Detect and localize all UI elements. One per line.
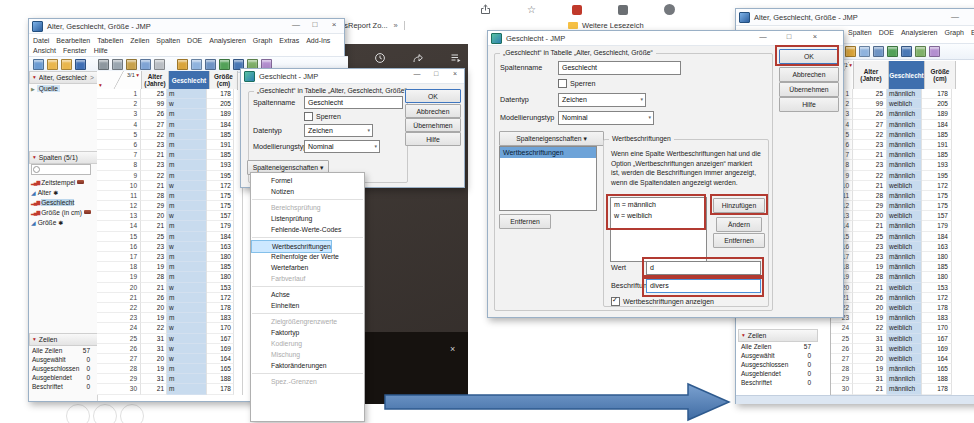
menu-item-Wertbeschriftungen[interactable]: Wertbeschriftungen bbox=[251, 240, 332, 253]
menu-Add-Ins[interactable]: Add-Ins bbox=[306, 37, 330, 44]
close-button[interactable]: × bbox=[449, 70, 461, 77]
table-row[interactable]: 125m178 bbox=[97, 89, 237, 99]
datentyp-select[interactable]: Zeichen▾ bbox=[558, 93, 646, 107]
table-row[interactable]: 1229m175 bbox=[97, 201, 237, 211]
table-row[interactable]: 1623w163 bbox=[97, 242, 237, 252]
table-row[interactable]: 1723männlich180 bbox=[831, 252, 956, 262]
menu-Graph[interactable]: Graph bbox=[253, 37, 272, 44]
copy-icon[interactable] bbox=[112, 59, 123, 70]
table-row[interactable]: 2126männlich172 bbox=[831, 293, 956, 303]
paste-icon[interactable] bbox=[126, 59, 137, 70]
hilfe-button[interactable]: Hilfe bbox=[405, 132, 461, 146]
column-item-Geschlecht[interactable]: ▂▄▆Geschlecht bbox=[29, 197, 95, 207]
table-row[interactable]: 1525männlich184 bbox=[831, 232, 956, 242]
table-row[interactable]: 2319m183 bbox=[97, 313, 237, 323]
wertbeschriftungen-anzeigen-checkbox[interactable] bbox=[611, 297, 620, 306]
table-row[interactable]: 1128m175 bbox=[97, 191, 237, 201]
table-row[interactable]: 2220w178 bbox=[97, 303, 237, 313]
grid-icon[interactable] bbox=[205, 59, 216, 70]
table-row[interactable]: 1229männlich175 bbox=[831, 201, 956, 211]
menu-DOE[interactable]: DOE bbox=[187, 37, 202, 44]
flag-icon[interactable] bbox=[887, 46, 898, 57]
maximize-button[interactable]: □ bbox=[783, 32, 795, 41]
bookmarks-overflow-chevron[interactable]: » bbox=[394, 21, 398, 30]
table-row[interactable]: 2422weiblich170 bbox=[831, 323, 956, 333]
table-row[interactable]: 427männlich184 bbox=[831, 120, 956, 130]
modellierungstyp-select[interactable]: Nominal▾ bbox=[558, 111, 654, 125]
menu-item-Wertefarben[interactable]: Wertefarben bbox=[251, 262, 364, 273]
listbox-item-wertbeschriftungen[interactable]: Wertbeschriftungen bbox=[500, 147, 596, 158]
table-row[interactable]: 2220weiblich178 bbox=[831, 303, 956, 313]
maximize-button[interactable]: □ bbox=[309, 20, 321, 29]
playlist-icon[interactable] bbox=[450, 52, 462, 64]
menu-Extras[interactable]: Extras bbox=[279, 37, 299, 44]
folder-icon[interactable] bbox=[61, 59, 72, 70]
columns-search-input[interactable] bbox=[31, 164, 91, 175]
column-item-Größe[interactable]: ◢Größe✱ bbox=[29, 217, 95, 227]
table-row[interactable]: 1320w157 bbox=[97, 211, 237, 221]
menu-item-Fehlende-Werte-Codes[interactable]: Fehlende-Werte-Codes bbox=[251, 224, 364, 235]
table-row[interactable]: 1525m184 bbox=[97, 232, 237, 242]
extension-icon[interactable] bbox=[572, 5, 582, 15]
menu-Ansicht[interactable]: Ansicht bbox=[33, 47, 56, 54]
rows-panel-header[interactable]: ▾ Zeilen bbox=[738, 329, 818, 342]
table-corner-cell[interactable]: 3/1 ▾ ▾ bbox=[97, 71, 142, 90]
panel-expand-icon[interactable]: > bbox=[90, 74, 94, 81]
puzzle-icon[interactable] bbox=[618, 5, 628, 15]
menu-Spalten[interactable]: Spalten bbox=[156, 37, 180, 44]
column-header-alter[interactable]: Alter (Jahre) bbox=[854, 61, 889, 90]
columns-panel-header[interactable]: ▾ Spalten (5/1) bbox=[29, 151, 98, 164]
table-row[interactable]: 427m184 bbox=[97, 120, 237, 130]
table-row[interactable]: 922männlich195 bbox=[831, 171, 956, 181]
column-item-Alter[interactable]: ◢Alter✱ bbox=[29, 187, 95, 197]
close-button[interactable]: × bbox=[328, 20, 340, 29]
print-icon[interactable] bbox=[845, 46, 856, 57]
menu-item-Einheiten[interactable]: Einheiten bbox=[251, 300, 364, 311]
table-row[interactable]: 2021w153 bbox=[97, 283, 237, 293]
table-row[interactable]: 2819m165 bbox=[97, 364, 237, 374]
table-row[interactable]: 623m191 bbox=[97, 140, 237, 150]
aendern-button[interactable]: Ändern bbox=[716, 217, 762, 232]
table-row[interactable]: 1421männlich179 bbox=[831, 221, 956, 231]
lock-icon[interactable] bbox=[154, 59, 165, 70]
spaltenname-input[interactable]: Geschlecht bbox=[558, 61, 681, 75]
open-icon[interactable] bbox=[47, 59, 58, 70]
menu-Graph[interactable]: Graph bbox=[945, 29, 964, 36]
table-row[interactable]: 1421m179 bbox=[97, 221, 237, 231]
table-row[interactable]: 2631w169 bbox=[97, 344, 237, 354]
rows-menu-icon[interactable]: ▾ bbox=[99, 83, 102, 89]
table-row[interactable]: 1021weiblich172 bbox=[831, 181, 956, 191]
columns-menu-icon[interactable]: ▾ bbox=[849, 62, 852, 68]
ok-button[interactable]: OK bbox=[405, 89, 461, 103]
table-row[interactable]: 1928m180 bbox=[97, 272, 237, 282]
bookmark-weitere-lesezeichen[interactable]: Weitere Lesezeich bbox=[582, 21, 644, 30]
entfernen-label-button[interactable]: Entfernen bbox=[713, 233, 765, 248]
column-header-geschlecht[interactable]: Geschlecht bbox=[169, 71, 210, 90]
menu-Zeilen[interactable]: Zeilen bbox=[130, 37, 149, 44]
chart-icon[interactable] bbox=[901, 46, 912, 57]
spaltenname-input[interactable]: Geschlecht bbox=[304, 96, 403, 109]
table-row[interactable]: 522m185 bbox=[97, 130, 237, 140]
table-row[interactable]: 2631weiblich169 bbox=[831, 344, 956, 354]
table-row[interactable]: 3021m178 bbox=[97, 384, 237, 394]
table-row[interactable]: 1320weiblich157 bbox=[831, 211, 956, 221]
table-row[interactable]: 2720w164 bbox=[97, 354, 237, 364]
table-row[interactable]: 2126m172 bbox=[97, 293, 237, 303]
star-icon[interactable]: ☆ bbox=[527, 5, 536, 15]
menu-item-Notizen[interactable]: Notizen bbox=[251, 186, 364, 197]
table-row[interactable]: 522männlich185 bbox=[831, 130, 956, 140]
maximize-button[interactable]: □ bbox=[430, 70, 442, 77]
uebernehmen-button[interactable]: Übernehmen bbox=[405, 118, 461, 132]
flag-icon[interactable] bbox=[219, 59, 230, 70]
layout-icon[interactable] bbox=[140, 59, 151, 70]
menu-item-Faktortyp[interactable]: Faktortyp bbox=[251, 327, 364, 338]
menu-item-Formel[interactable]: Formel bbox=[251, 175, 364, 186]
grid-icon[interactable] bbox=[873, 46, 884, 57]
modellierungstyp-select[interactable]: Nominal▾ bbox=[304, 140, 380, 153]
abbrechen-button[interactable]: Abbrechen bbox=[405, 104, 461, 118]
close-button[interactable]: × bbox=[809, 32, 821, 41]
menu-Bearbeiten[interactable]: Bearbeiten bbox=[56, 37, 90, 44]
column-header-groesse[interactable]: Größe (cm) bbox=[925, 61, 956, 90]
menu-item-Listenprüfung[interactable]: Listenprüfung bbox=[251, 213, 364, 224]
table-row[interactable]: 721männlich185 bbox=[831, 150, 956, 160]
